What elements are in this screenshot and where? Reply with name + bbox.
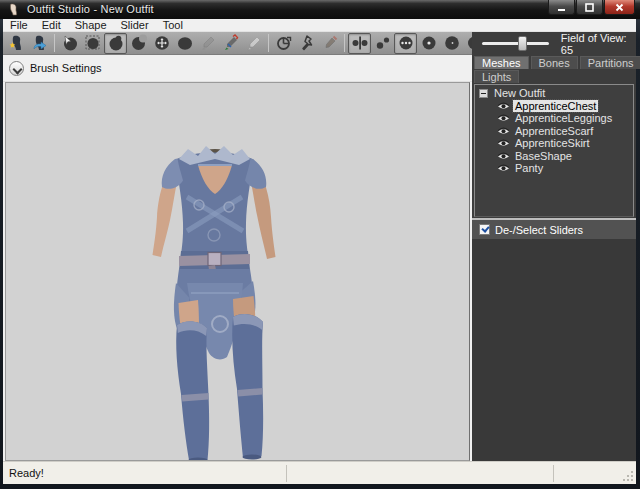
- menu-bar: File Edit Shape Slider Tool: [3, 19, 636, 32]
- xmirror-toggle-icon[interactable]: [348, 33, 371, 54]
- rotation-center-icon[interactable]: [272, 33, 295, 54]
- menu-slider[interactable]: Slider: [114, 19, 156, 32]
- toolbar-separator: [344, 34, 345, 52]
- menu-edit[interactable]: Edit: [35, 19, 68, 32]
- connected-only-icon[interactable]: [371, 33, 394, 54]
- tree-item-label[interactable]: Panty: [513, 162, 545, 174]
- status-pane-divider: [286, 465, 287, 482]
- title-bar[interactable]: Outfit Studio - New Outfit: [0, 0, 640, 19]
- color-brush-icon[interactable]: [219, 33, 242, 54]
- eye-icon[interactable]: [497, 151, 510, 161]
- tree-root[interactable]: New Outfit: [479, 87, 633, 100]
- menu-file[interactable]: File: [3, 19, 35, 32]
- tab-partitions[interactable]: Partitions: [580, 56, 640, 69]
- toolbar-separator: [54, 34, 55, 52]
- window-frame: Outfit Studio - New Outfit File Edit Sha…: [0, 0, 640, 489]
- pencil-icon[interactable]: [318, 33, 341, 54]
- smooth-brush-icon[interactable]: [173, 33, 196, 54]
- sliders-list-area[interactable]: [472, 239, 636, 461]
- status-bar: Ready!: [3, 461, 636, 484]
- tree-item-panty[interactable]: Panty: [479, 162, 633, 175]
- eye-icon[interactable]: [497, 163, 510, 173]
- tree-item-label[interactable]: ApprenticeScarf: [513, 125, 595, 137]
- tab-bones[interactable]: Bones: [531, 56, 578, 69]
- tree-item-label[interactable]: ApprenticeChest: [513, 100, 598, 112]
- panel-tabs: Meshes Bones Partitions Colors Lights: [474, 56, 634, 84]
- tab-meshes[interactable]: Meshes: [474, 56, 529, 69]
- resize-grip-icon[interactable]: [622, 470, 635, 483]
- fov-row: Field of View: 65: [472, 32, 636, 55]
- brush-settings-collapse-button[interactable]: [9, 61, 24, 76]
- deselect-sliders-checkbox[interactable]: [479, 224, 490, 235]
- deflate-brush-icon[interactable]: [127, 33, 150, 54]
- tree-item-baseshape[interactable]: BaseShape: [479, 150, 633, 163]
- work-area: Brush Settings: [3, 55, 472, 461]
- status-message: Ready!: [9, 467, 44, 479]
- sliders-header-label[interactable]: De-/Select Sliders: [495, 224, 583, 236]
- load-project-icon[interactable]: [28, 33, 51, 54]
- fov-label: Field of View: 65: [561, 32, 636, 56]
- eye-icon[interactable]: [497, 138, 510, 148]
- falloff-medium-icon[interactable]: [440, 33, 463, 54]
- menu-shape[interactable]: Shape: [68, 19, 114, 32]
- tree-item-apprenticeleggings[interactable]: ApprenticeLeggings: [479, 112, 633, 125]
- tree-root-label[interactable]: New Outfit: [492, 87, 547, 99]
- brush-settings-bar: Brush Settings: [3, 55, 472, 82]
- maximize-button[interactable]: [576, 0, 603, 15]
- tree-item-apprenticescarf[interactable]: ApprenticeScarf: [479, 125, 633, 138]
- meshes-tree: New Outfit ApprenticeChest ApprenticeLeg…: [474, 84, 634, 217]
- tree-item-label[interactable]: ApprenticeSkirt: [513, 137, 592, 149]
- mask-brush-icon[interactable]: [81, 33, 104, 54]
- alpha-brush-icon[interactable]: [242, 33, 265, 54]
- fov-slider[interactable]: [482, 42, 549, 45]
- pin-icon[interactable]: [295, 33, 318, 54]
- toolbar-separator: [268, 34, 269, 52]
- minimize-button[interactable]: [548, 0, 575, 15]
- move-brush-icon[interactable]: [150, 33, 173, 54]
- close-button[interactable]: [604, 0, 635, 15]
- weight-brush-icon[interactable]: [196, 33, 219, 54]
- inflate-brush-icon[interactable]: [104, 33, 127, 54]
- status-pane-divider: [553, 465, 554, 482]
- select-tool-icon[interactable]: [58, 33, 81, 54]
- menu-tool[interactable]: Tool: [156, 19, 190, 32]
- tree-item-label[interactable]: ApprenticeLeggings: [513, 112, 614, 124]
- 3d-viewport[interactable]: [5, 82, 470, 461]
- outfit-model: [129, 143, 299, 461]
- eye-icon[interactable]: [497, 101, 510, 111]
- right-panel: Field of View: 65 Meshes Bones Partition…: [472, 32, 636, 461]
- new-project-icon[interactable]: [5, 33, 28, 54]
- tree-item-apprenticechest[interactable]: ApprenticeChest: [479, 100, 633, 113]
- eye-icon[interactable]: [497, 113, 510, 123]
- brush-settings-label: Brush Settings: [30, 62, 102, 74]
- app-icon: [7, 3, 20, 16]
- collapse-expander-icon[interactable]: [479, 89, 488, 98]
- main-toolbar: [3, 32, 472, 55]
- tree-item-apprenticeskirt[interactable]: ApprenticeSkirt: [479, 137, 633, 150]
- falloff-small-icon[interactable]: [417, 33, 440, 54]
- tab-lights[interactable]: Lights: [474, 70, 519, 83]
- global-brush-icon[interactable]: [394, 33, 417, 54]
- tree-item-label[interactable]: BaseShape: [513, 150, 574, 162]
- window-title: Outfit Studio - New Outfit: [27, 3, 154, 15]
- sliders-header: De-/Select Sliders: [472, 220, 636, 239]
- fov-slider-thumb[interactable]: [518, 36, 527, 51]
- eye-icon[interactable]: [497, 126, 510, 136]
